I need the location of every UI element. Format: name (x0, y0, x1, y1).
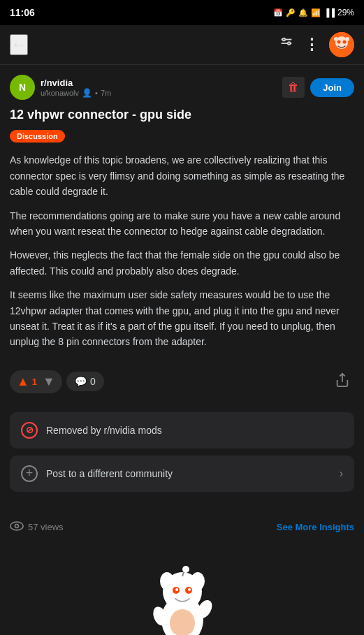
person-icon: 👤 (82, 88, 92, 98)
body-paragraph-4: It seems like the maximum user side safe… (10, 287, 354, 350)
vote-count: 1 (32, 377, 37, 387)
svg-point-24 (188, 588, 191, 591)
views-count: 57 views (28, 522, 64, 532)
nav-right: ⋮ (279, 32, 354, 57)
post-title: 12 vhpwr connector - gpu side (10, 107, 354, 123)
post-flair[interactable]: Discussion (10, 130, 65, 143)
time-ago: 7m (101, 89, 111, 97)
notif-icon: 📅 (273, 8, 283, 17)
post-community-text: Post to a different community (46, 468, 331, 479)
see-more-insights-button[interactable]: See More Insights (277, 522, 354, 532)
back-button[interactable]: ← (10, 34, 28, 55)
top-nav: ← ⋮ (0, 25, 364, 65)
status-icons: 📅 🔑 🔔 📶 ▐▐ 29% (273, 8, 354, 17)
username[interactable]: u/konawolv (41, 89, 79, 97)
svg-point-18 (191, 572, 205, 590)
post-container: N r/nvidia u/konawolv 👤 • 7m 🗑 Join 12 v… (0, 65, 364, 509)
vote-group: ▲ 1 ▼ (10, 370, 62, 393)
sub-text: r/nvidia u/konawolv 👤 • 7m (41, 78, 111, 98)
nav-left: ← (10, 34, 28, 55)
svg-point-17 (160, 572, 174, 590)
arrow-icon: › (340, 467, 343, 480)
status-bar: 11:06 📅 🔑 🔔 📶 ▐▐ 29% (0, 0, 364, 25)
views-icon (10, 520, 24, 534)
signal-icon: ▐▐ (323, 8, 335, 17)
time-separator: • (95, 89, 98, 97)
status-time: 11:06 (10, 7, 35, 18)
post-body: As knowledge of this topic broadens, we … (10, 152, 354, 349)
post-community-card[interactable]: + Post to a different community › (10, 455, 354, 492)
svg-point-2 (283, 38, 286, 41)
reddit-mascot (140, 550, 224, 635)
sub-meta: u/konawolv 👤 • 7m (41, 88, 111, 98)
svg-point-9 (345, 37, 349, 41)
svg-point-8 (334, 37, 338, 41)
battery-text: 29% (337, 8, 354, 17)
upvote-icon: ▲ (17, 374, 29, 389)
downvote-button[interactable]: ▼ (43, 374, 55, 389)
delete-button[interactable]: 🗑 (282, 77, 305, 98)
svg-point-6 (337, 41, 341, 44)
svg-text:N: N (19, 82, 26, 93)
action-bar: ▲ 1 ▼ 💬 0 (10, 361, 354, 402)
svg-point-3 (288, 42, 291, 45)
body-paragraph-1: As knowledge of this topic broadens, we … (10, 152, 354, 199)
filter-icon[interactable] (279, 36, 294, 54)
comment-icon: 💬 (75, 376, 87, 387)
svg-point-7 (343, 41, 347, 44)
wifi-icon: 📶 (311, 8, 321, 17)
key-icon: 🔑 (286, 8, 296, 17)
action-left: ▲ 1 ▼ 💬 0 (10, 370, 104, 393)
body-paragraph-3: However, this neglects the fact that the… (10, 247, 354, 279)
alarm-icon: 🔔 (298, 8, 308, 17)
upvote-button[interactable]: ▲ 1 (17, 374, 37, 389)
removed-card: ⊘ Removed by r/nvidia mods (10, 412, 354, 448)
comment-button[interactable]: 💬 0 (66, 372, 104, 391)
more-icon[interactable]: ⋮ (304, 36, 319, 54)
removed-text: Removed by r/nvidia mods (46, 425, 343, 436)
body-paragraph-2: The recommendations going are to make su… (10, 208, 354, 240)
sub-actions: 🗑 Join (282, 77, 354, 98)
views-left: 57 views (10, 520, 64, 534)
share-button[interactable] (330, 368, 354, 395)
subreddit-name[interactable]: r/nvidia (41, 78, 111, 88)
mascot-container (0, 543, 364, 635)
svg-point-13 (10, 522, 23, 530)
svg-point-23 (175, 588, 178, 591)
comment-count: 0 (90, 376, 96, 387)
svg-point-19 (182, 566, 189, 573)
views-bar: 57 views See More Insights (0, 511, 364, 543)
subreddit-header: N r/nvidia u/konawolv 👤 • 7m 🗑 Join (10, 75, 354, 100)
removed-icon: ⊘ (21, 422, 38, 439)
post-community-icon: + (21, 465, 38, 482)
svg-point-14 (15, 524, 19, 527)
avatar[interactable] (329, 32, 354, 57)
join-button[interactable]: Join (310, 78, 354, 97)
subreddit-logo[interactable]: N (10, 75, 35, 100)
avatar-image (329, 32, 354, 57)
sub-info: N r/nvidia u/konawolv 👤 • 7m (10, 75, 111, 100)
